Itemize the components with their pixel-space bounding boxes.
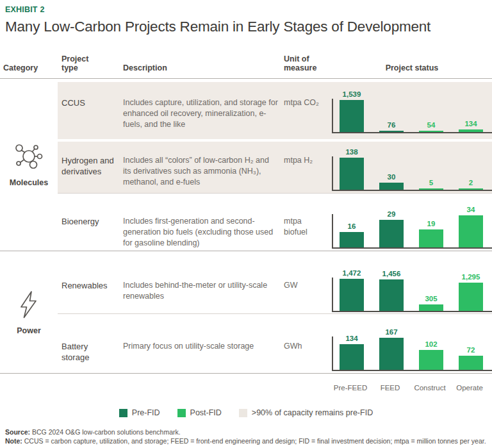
project-description: Includes first-generation and second-gen…: [123, 194, 284, 251]
footer: Source: BCG 2024 O&G low-carbon solution…: [5, 427, 489, 445]
bar-value-label: 72: [467, 346, 475, 354]
category-label-molecules: Molecules: [10, 178, 48, 187]
bar-feed: 30: [379, 183, 404, 190]
x-axis-label-feed: FEED: [381, 384, 400, 392]
category-cell-power: Power: [0, 251, 58, 373]
bar-construct: 5: [419, 188, 443, 190]
category-label-power: Power: [17, 326, 41, 335]
bar-value-label: 5: [429, 179, 433, 187]
bar-chart-ccus: 1,5397654134: [332, 82, 492, 139]
bar-value-label: 305: [425, 295, 437, 303]
bar-chart-plot: 13416710272: [332, 336, 492, 371]
x-axis-labels: Pre-FEED FEED Construct Operate: [332, 384, 492, 392]
bar-value-label: 167: [385, 328, 397, 336]
category-group-power: Power Renewables Includes behind-the-met…: [0, 251, 492, 374]
bar-chart-renewables: 1,4721,4563051,295: [332, 251, 492, 313]
legend: Pre-FID Post-FID >90% of capacity remain…: [0, 408, 492, 417]
legend-swatch-post-fid: [177, 409, 186, 417]
legend-item-pre-fid-capacity: >90% of capacity remains pre-FID: [239, 408, 373, 417]
project-description: Includes behind-the-meter or utility-sca…: [123, 251, 284, 313]
bar-construct: 305: [419, 304, 443, 311]
bar-operate: 1,295: [459, 283, 483, 311]
bar-value-label: 16: [348, 222, 356, 230]
bar-chart-hydrogen: 1383052: [332, 142, 492, 193]
unit-of-measure: GWh: [284, 314, 332, 373]
column-header-category: Category: [0, 63, 58, 72]
project-type: CCUS: [58, 82, 123, 139]
unit-of-measure: mtpa biofuel: [284, 194, 332, 251]
table-row-battery-storage: Battery storage Primary focus on utility…: [58, 313, 492, 373]
bar-value-label: 30: [388, 173, 396, 181]
bar-value-label: 76: [388, 121, 396, 129]
legend-item-pre-fid: Pre-FID: [119, 408, 160, 417]
table-row-bioenergy: Bioenergy Includes first-generation and …: [58, 193, 492, 251]
bar-value-label: 102: [425, 340, 437, 348]
source-note: Source: BCG 2024 O&G low-carbon solution…: [5, 427, 489, 436]
bar-value-label: 138: [345, 148, 357, 156]
bar-value-label: 54: [427, 121, 436, 129]
bar-operate: 134: [459, 129, 483, 132]
bar-chart-bioenergy: 16291934: [332, 194, 492, 251]
column-header-project-status: Project status: [332, 63, 492, 72]
project-type: Bioenergy: [58, 194, 123, 251]
column-header-description: Description: [123, 63, 284, 72]
bar-construct: 54: [419, 131, 443, 132]
table-row-hydrogen: Hydrogen and derivatives Includes all “c…: [58, 142, 492, 193]
bar-chart-plot: 1,5397654134: [332, 99, 492, 133]
lightning-icon: [17, 290, 41, 322]
bar-operate: 34: [459, 215, 483, 247]
bar-chart-battery: 13416710272: [332, 314, 492, 373]
category-cell-molecules: Molecules: [0, 79, 58, 251]
bar-value-label: 19: [427, 220, 436, 228]
bar-pre-feed: 16: [340, 232, 364, 247]
project-type: Battery storage: [58, 314, 123, 373]
column-header-project-type: Project type: [58, 54, 123, 72]
bar-pre-feed: 138: [340, 158, 364, 190]
table-row-ccus: CCUS Includes capture, utilization, and …: [58, 82, 492, 139]
bar-chart-plot: 1,4721,4563051,295: [332, 278, 492, 312]
category-group-molecules: Molecules CCUS Includes capture, utiliza…: [0, 79, 492, 251]
bar-feed: 76: [379, 131, 404, 132]
legend-swatch-capacity: [239, 409, 247, 417]
bar-construct: 19: [419, 229, 443, 247]
bar-value-label: 134: [345, 335, 357, 342]
bar-pre-feed: 134: [340, 344, 364, 370]
bar-value-label: 1,456: [382, 270, 401, 278]
exhibit-page: EXHIBIT 2 Many Low-Carbon Projects Remai…: [0, 0, 492, 448]
project-description: Includes all “colors” of low-carbon H₂ a…: [123, 142, 284, 193]
bar-value-label: 1,295: [462, 273, 480, 281]
legend-swatch-pre-fid: [119, 409, 127, 417]
project-type: Renewables: [58, 251, 123, 313]
bar-feed: 29: [379, 220, 404, 247]
project-type: Hydrogen and derivatives: [58, 142, 123, 193]
x-axis-label-construct: Construct: [414, 384, 445, 392]
abbreviation-note: Note: CCUS = carbon capture, utilization…: [5, 436, 489, 445]
molecule-icon: [13, 143, 44, 174]
bar-chart-plot: 16291934: [332, 214, 492, 249]
bar-value-label: 134: [464, 120, 477, 128]
bar-operate: 2: [459, 188, 483, 190]
projects-table: Molecules CCUS Includes capture, utiliza…: [0, 79, 492, 374]
table-column-header: Category Project type Description Unit o…: [0, 45, 492, 79]
unit-of-measure: mtpa H₂: [284, 142, 332, 193]
table-row-renewables: Renewables Includes behind-the-meter or …: [58, 251, 492, 313]
legend-item-post-fid: Post-FID: [177, 408, 222, 417]
page-title: Many Low-Carbon Projects Remain in Early…: [5, 19, 430, 35]
unit-of-measure: mtpa CO₂: [284, 82, 332, 139]
x-axis-label-operate: Operate: [456, 384, 483, 392]
unit-of-measure: GW: [284, 251, 332, 313]
x-axis-label-pre-feed: Pre-FEED: [334, 384, 367, 392]
bar-value-label: 1,472: [343, 269, 361, 277]
project-description: Includes capture, utilization, and stora…: [123, 82, 284, 139]
bar-value-label: 29: [388, 210, 396, 218]
project-description: Primary focus on utility-scale storage: [123, 314, 284, 373]
bar-value-label: 1,539: [343, 90, 361, 98]
bar-chart-plot: 1383052: [332, 156, 492, 191]
bar-pre-feed: 1,539: [340, 100, 364, 132]
bar-value-label: 34: [467, 206, 475, 213]
bar-pre-feed: 1,472: [340, 279, 364, 311]
bar-construct: 102: [419, 350, 443, 370]
bar-value-label: 2: [469, 179, 473, 187]
bar-operate: 72: [459, 356, 483, 370]
column-header-unit: Unit of measure: [284, 54, 332, 72]
